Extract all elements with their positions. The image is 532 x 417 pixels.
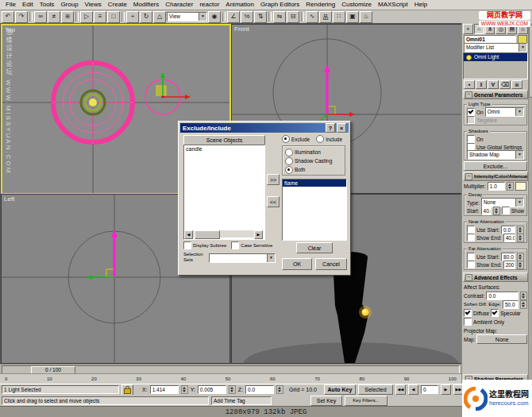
contrast-spinner[interactable] bbox=[520, 292, 527, 300]
menu-item[interactable]: Rendering bbox=[303, 0, 338, 10]
remove-modifier-icon[interactable]: ⌫ bbox=[499, 80, 511, 89]
collapse-icon[interactable]: − bbox=[465, 91, 472, 98]
show-end-result-icon[interactable]: ‖ bbox=[476, 80, 487, 89]
cancel-button[interactable]: Cancel bbox=[315, 258, 347, 270]
menu-item[interactable]: Character bbox=[162, 0, 196, 10]
menu-item[interactable]: Create bbox=[105, 0, 130, 10]
menu-item[interactable]: Customize bbox=[338, 0, 375, 10]
near-show-checkbox[interactable] bbox=[467, 234, 475, 241]
select-and-scale-icon[interactable] bbox=[153, 11, 166, 23]
soften-edge-spinner[interactable] bbox=[520, 300, 527, 309]
menu-item[interactable]: MAXScript bbox=[375, 0, 411, 10]
align-icon[interactable] bbox=[287, 11, 299, 23]
go-to-start-button[interactable]: ◀◀ bbox=[395, 384, 406, 395]
multiplier-field[interactable]: 1.0 bbox=[488, 182, 505, 191]
curve-editor-icon[interactable] bbox=[306, 11, 318, 23]
move-right-button[interactable]: >> bbox=[267, 174, 279, 185]
undo-icon[interactable] bbox=[2, 11, 14, 23]
x-coordinate-field[interactable]: 1.414 bbox=[150, 385, 179, 394]
far-show-checkbox[interactable] bbox=[467, 261, 475, 268]
light-on-checkbox[interactable] bbox=[467, 108, 475, 116]
mirror-icon[interactable] bbox=[273, 11, 286, 23]
far-use-checkbox[interactable] bbox=[467, 253, 475, 261]
viewport-front-label[interactable]: Front bbox=[234, 25, 249, 33]
scroll-left-icon[interactable]: ◀ bbox=[184, 230, 193, 239]
command-panel-scrollbar[interactable] bbox=[528, 23, 532, 384]
near-use-checkbox[interactable] bbox=[467, 226, 475, 234]
exclude-button[interactable]: Exclude... bbox=[464, 161, 527, 171]
select-by-name-icon[interactable] bbox=[94, 11, 106, 23]
menu-item[interactable]: Tools bbox=[37, 0, 58, 10]
display-subtree-checkbox[interactable] bbox=[183, 241, 191, 249]
z-spinner[interactable] bbox=[276, 385, 283, 394]
dialog-close-button[interactable]: × bbox=[337, 123, 346, 133]
rollout-intensity-color-attenuation[interactable]: − Intensity/Color/Attenuation bbox=[463, 172, 528, 181]
shadow-type-dropdown[interactable]: Shadow Map bbox=[467, 150, 524, 160]
multiplier-spinner[interactable] bbox=[507, 182, 514, 191]
select-and-move-icon[interactable] bbox=[126, 11, 139, 23]
bind-to-spacewarp-icon[interactable] bbox=[61, 11, 74, 23]
far-end-field[interactable]: 200.0 bbox=[503, 261, 515, 269]
soften-edge-field[interactable]: 50.0 bbox=[503, 300, 519, 309]
collapse-icon[interactable]: − bbox=[465, 274, 472, 281]
percent-snap-icon[interactable] bbox=[241, 11, 253, 23]
ok-button[interactable]: OK bbox=[282, 258, 312, 270]
track-bar[interactable]: 0102030405060708090100 bbox=[0, 373, 461, 384]
excluded-objects-list[interactable]: flame bbox=[282, 179, 347, 241]
add-time-tag[interactable]: Add Time Tag bbox=[211, 396, 272, 405]
illumination-radio[interactable] bbox=[285, 149, 293, 156]
viewport-left-label[interactable]: Left bbox=[4, 195, 14, 203]
both-radio[interactable] bbox=[285, 166, 293, 174]
spinner-snap-icon[interactable] bbox=[254, 11, 267, 23]
scene-object-item[interactable]: candle bbox=[184, 145, 264, 153]
decay-show-checkbox[interactable] bbox=[502, 207, 510, 214]
y-coordinate-field[interactable]: 0.005 bbox=[198, 385, 226, 394]
near-end-spinner[interactable] bbox=[517, 234, 524, 242]
current-frame-field[interactable]: 0 bbox=[421, 385, 438, 394]
z-coordinate-field[interactable]: 0.0 bbox=[245, 385, 274, 394]
configure-stack-icon[interactable]: ≣ bbox=[511, 80, 522, 89]
light-type-dropdown[interactable]: Omni bbox=[485, 107, 524, 117]
contrast-field[interactable]: 0.0 bbox=[486, 292, 519, 300]
dialog-help-button[interactable]: ? bbox=[326, 123, 335, 133]
shadows-on-checkbox[interactable] bbox=[467, 135, 475, 143]
modifier-stack[interactable]: Omni Light bbox=[463, 52, 528, 79]
include-radio[interactable] bbox=[316, 135, 324, 143]
select-and-link-icon[interactable] bbox=[34, 11, 47, 23]
scene-objects-list[interactable]: candle bbox=[183, 145, 265, 240]
menu-item[interactable]: Graph Editors bbox=[257, 0, 303, 10]
diffuse-checkbox[interactable] bbox=[464, 309, 472, 317]
decay-start-field[interactable]: 40.0 bbox=[481, 207, 492, 215]
use-pivot-center-icon[interactable] bbox=[208, 11, 221, 23]
menu-item[interactable]: Help bbox=[411, 0, 430, 10]
scroll-thumb[interactable] bbox=[195, 230, 220, 239]
dialog-title-bar[interactable]: Exclude/Include ? × bbox=[180, 123, 349, 133]
set-key-button[interactable]: Set Key bbox=[310, 396, 342, 406]
wirecolor-swatch[interactable] bbox=[518, 35, 527, 44]
x-spinner[interactable] bbox=[181, 385, 188, 394]
shadow-casting-radio[interactable] bbox=[285, 157, 293, 165]
modifier-list-dropdown[interactable]: Modifier List bbox=[464, 43, 527, 52]
menu-item[interactable]: Group bbox=[57, 0, 81, 10]
make-unique-icon[interactable]: ∀ bbox=[488, 80, 499, 89]
material-editor-icon[interactable] bbox=[333, 11, 345, 23]
quick-render-icon[interactable] bbox=[360, 11, 372, 23]
specular-checkbox[interactable] bbox=[491, 309, 499, 317]
targeted-checkbox[interactable] bbox=[467, 116, 475, 124]
y-spinner[interactable] bbox=[229, 385, 236, 394]
snap-toggle-icon[interactable] bbox=[227, 11, 240, 23]
object-name-field[interactable]: Omni01 bbox=[464, 35, 516, 44]
light-color-swatch[interactable] bbox=[515, 182, 526, 191]
menu-item[interactable]: Edit bbox=[19, 0, 37, 10]
case-sensitive-checkbox[interactable] bbox=[231, 241, 239, 249]
auto-key-button[interactable]: Auto Key bbox=[324, 384, 356, 395]
redo-icon[interactable] bbox=[15, 11, 28, 23]
exclude-radio[interactable] bbox=[282, 135, 290, 143]
selected-filter-dropdown[interactable]: Selected bbox=[358, 384, 393, 395]
menu-item[interactable]: Animation bbox=[222, 0, 257, 10]
reference-coordinate-combo[interactable]: View bbox=[167, 12, 207, 21]
tab-create-icon[interactable]: + bbox=[463, 24, 473, 34]
ambient-only-checkbox[interactable] bbox=[464, 318, 472, 326]
menu-item[interactable]: File bbox=[2, 0, 19, 10]
render-scene-icon[interactable] bbox=[346, 11, 359, 23]
